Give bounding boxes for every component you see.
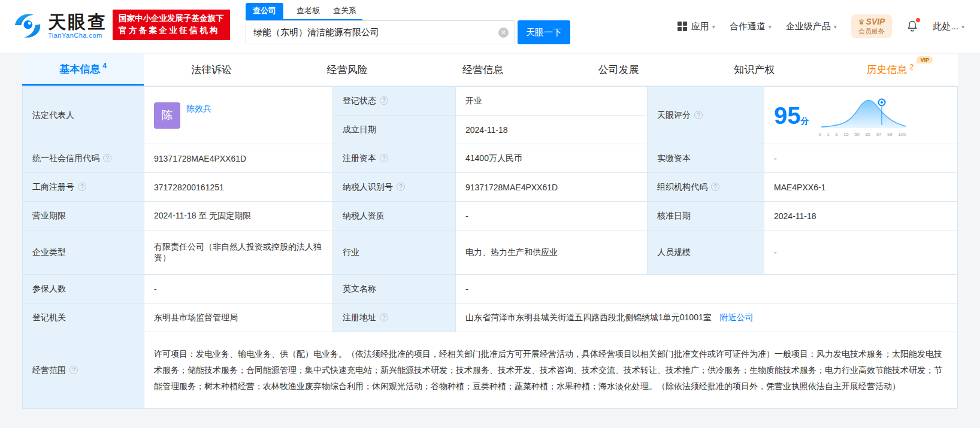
- label-score: 天眼评分?: [648, 87, 764, 144]
- label-legal-rep: 法定代表人: [23, 87, 144, 144]
- label-company-type: 企业类型: [23, 230, 144, 275]
- business-scope-value: 许可项目：发电业务、输电业务、供（配）电业务。（依法须经批准的项目，经相关部门批…: [144, 332, 958, 409]
- nav-more[interactable]: 此处... ▾: [933, 21, 964, 32]
- label-reg-authority: 登记机关: [23, 303, 144, 332]
- reg-number-value: 371728200161251: [144, 173, 333, 202]
- clear-search-icon[interactable]: ✕: [498, 28, 509, 38]
- nav-cooperation-label: 合作通道: [730, 21, 766, 32]
- label-reg-number: 工商注册号?: [23, 173, 144, 202]
- tab-operating-risk[interactable]: 经营风险: [280, 54, 416, 86]
- help-icon[interactable]: ?: [694, 111, 703, 119]
- nav-apps-label: 应用: [691, 21, 709, 32]
- svip-member-button[interactable]: ♛SVIP 会员服务: [851, 14, 893, 38]
- help-icon[interactable]: ?: [69, 366, 78, 374]
- english-name-value: -: [456, 275, 958, 303]
- score-value: 95分: [774, 104, 809, 128]
- search-tab-relation[interactable]: 查关系: [333, 5, 356, 19]
- nav-enterprise-label: 企业级产品: [786, 21, 831, 32]
- apps-grid-icon: [677, 22, 687, 31]
- label-english-name: 英文名称: [333, 275, 456, 303]
- search-tab-company[interactable]: 查公司: [246, 3, 283, 19]
- approval-date-value: 2024-11-18: [764, 202, 958, 230]
- tab-count: 4: [102, 62, 107, 70]
- crown-icon: ♛: [858, 18, 865, 26]
- legal-rep-avatar[interactable]: 陈: [154, 102, 180, 129]
- search-input[interactable]: [246, 21, 515, 44]
- credit-code-value: 91371728MAE4PXX61D: [144, 144, 333, 173]
- paid-capital-value: -: [764, 144, 958, 173]
- tab-intellectual-property[interactable]: 知识产权: [686, 54, 822, 86]
- help-icon[interactable]: ?: [380, 313, 388, 321]
- notification-bell-icon[interactable]: [906, 19, 918, 34]
- label-credit-code: 统一社会信用代码?: [23, 144, 144, 173]
- header-nav: 应用 ▾ 合作通道 ▾ 企业级产品 ▾ ♛SVIP 会员服务 此处... ▾: [677, 0, 964, 53]
- search-tab-boss[interactable]: 查老板: [297, 5, 320, 19]
- help-icon[interactable]: ?: [380, 154, 388, 162]
- company-info-table: 法定代表人 陈 陈效兵 登记状态? 开业 天眼评分? 95分: [22, 86, 958, 409]
- help-icon[interactable]: ?: [78, 183, 86, 191]
- score-chart: 01 315 5085 9799 100: [819, 93, 909, 137]
- search-tabs: 查公司 查老板 查关系: [246, 3, 362, 20]
- svip-sublabel: 会员服务: [858, 28, 885, 36]
- company-type-value: 有限责任公司（非自然人投资或控股的法人独资）: [144, 230, 333, 275]
- reg-address-cell: 山东省菏泽市东明县城关街道五四路西段北侧锦绣城1单元01001室 附近公司: [456, 303, 958, 332]
- reg-status-value: 开业: [456, 87, 648, 116]
- score-cell: 95分 01: [764, 87, 958, 144]
- reg-capital-value: 41400万人民币: [456, 144, 648, 173]
- reg-authority-value: 东明县市场监督管理局: [144, 303, 333, 332]
- svip-label: SVIP: [866, 17, 885, 26]
- legal-rep-cell: 陈 陈效兵: [144, 87, 333, 144]
- taxpayer-qual-value: -: [456, 202, 648, 230]
- label-business-scope: 经营范围?: [23, 332, 144, 409]
- notification-dot: [916, 18, 920, 22]
- label-paid-capital: 实缴资本: [648, 144, 764, 173]
- help-icon[interactable]: ?: [397, 183, 405, 191]
- nav-enterprise-products[interactable]: 企业级产品 ▾: [786, 21, 837, 32]
- caret-down-icon: ▾: [834, 23, 837, 30]
- label-industry: 行业: [333, 230, 456, 275]
- section-tabbar: 基本信息4 法律诉讼 经营风险 经营信息 公司发展 知识产权 VIP 历史信息2: [22, 54, 958, 86]
- tianyancha-logo[interactable]: 天眼查 TianYanCha.com: [12, 10, 107, 41]
- help-icon[interactable]: ?: [380, 96, 388, 105]
- tab-legal-proceedings[interactable]: 法律诉讼: [144, 54, 280, 86]
- logo-text-en: TianYanCha.com: [48, 32, 107, 39]
- logo-text-cn: 天眼查: [48, 12, 107, 32]
- nav-cooperation[interactable]: 合作通道 ▾: [730, 21, 772, 32]
- label-approval-date: 核准日期: [648, 202, 764, 230]
- tab-basic-info[interactable]: 基本信息4: [22, 54, 144, 86]
- label-org-code: 组织机构代码?: [648, 173, 764, 202]
- label-reg-capital: 注册资本?: [333, 144, 456, 173]
- caret-down-icon: ▾: [961, 23, 964, 30]
- caret-down-icon: ▾: [712, 23, 715, 30]
- org-code-value: MAE4PXX6-1: [764, 173, 958, 202]
- vip-tag: VIP: [917, 56, 933, 63]
- label-establish-date: 成立日期: [333, 116, 456, 144]
- top-header: 天眼查 TianYanCha.com 国家中小企业发展子基金旗下 官方备案企业征…: [0, 0, 980, 53]
- logo-swoosh-icon: [12, 10, 43, 41]
- tab-company-development[interactable]: 公司发展: [551, 54, 687, 86]
- help-icon[interactable]: ?: [711, 183, 719, 191]
- search-block: 查公司 查老板 查关系 ✕ 天眼一下: [246, 3, 572, 44]
- tab-history-info[interactable]: VIP 历史信息2: [822, 54, 958, 86]
- label-reg-address: 注册地址?: [333, 303, 456, 332]
- score-axis: 01 315 5085 9799 100: [819, 132, 906, 137]
- label-staff-size: 人员规模: [648, 230, 764, 275]
- company-detail-page: 基本信息4 法律诉讼 经营风险 经营信息 公司发展 知识产权 VIP 历史信息2…: [22, 54, 958, 409]
- gov-certification-badge: 国家中小企业发展子基金旗下 官方备案企业征信机构: [113, 10, 230, 40]
- search-button[interactable]: 天眼一下: [518, 20, 570, 44]
- nearby-companies-link[interactable]: 附近公司: [720, 312, 754, 322]
- label-taxpayer-id: 纳税人识别号?: [333, 173, 456, 202]
- legal-rep-link[interactable]: 陈效兵: [186, 104, 211, 114]
- label-business-term: 营业期限: [23, 202, 144, 230]
- gov-badge-line2: 官方备案企业征信机构: [119, 25, 224, 37]
- business-term-value: 2024-11-18 至 无固定期限: [144, 202, 333, 230]
- label-reg-status: 登记状态?: [333, 87, 456, 116]
- label-insured-count: 参保人数: [23, 275, 144, 303]
- label-taxpayer-qual: 纳税人资质: [333, 202, 456, 230]
- tab-operating-info[interactable]: 经营信息: [415, 54, 551, 86]
- staff-size-value: -: [764, 230, 958, 275]
- caret-down-icon: ▾: [769, 23, 772, 30]
- help-icon[interactable]: ?: [103, 154, 111, 162]
- nav-apps[interactable]: 应用 ▾: [677, 21, 715, 32]
- nav-more-label: 此处...: [933, 21, 958, 32]
